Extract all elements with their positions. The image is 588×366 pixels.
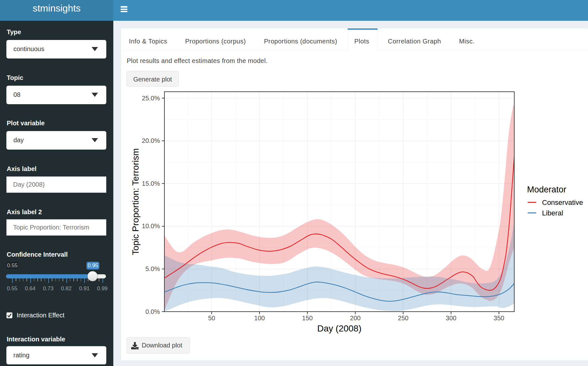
svg-text:10.0%: 10.0% <box>142 222 160 230</box>
svg-text:350: 350 <box>494 315 504 322</box>
svg-text:50: 50 <box>208 315 215 322</box>
svg-text:100: 100 <box>254 315 265 322</box>
svg-text:Day (2008): Day (2008) <box>317 323 362 333</box>
svg-text:25.0%: 25.0% <box>142 95 160 102</box>
svg-text:300: 300 <box>446 315 456 322</box>
svg-text:5.0%: 5.0% <box>145 265 160 272</box>
svg-text:250: 250 <box>398 315 408 322</box>
svg-text:15.0%: 15.0% <box>142 180 160 187</box>
svg-text:Conservative: Conservative <box>542 199 583 206</box>
svg-text:200: 200 <box>350 315 360 322</box>
svg-text:20.0%: 20.0% <box>142 137 160 144</box>
svg-text:Topic Proportion: Terrorism: Topic Proportion: Terrorism <box>131 148 140 255</box>
svg-text:Moderator: Moderator <box>527 185 566 194</box>
svg-text:Liberal: Liberal <box>542 209 563 217</box>
svg-text:150: 150 <box>302 315 313 322</box>
svg-text:0.0%: 0.0% <box>145 308 160 315</box>
